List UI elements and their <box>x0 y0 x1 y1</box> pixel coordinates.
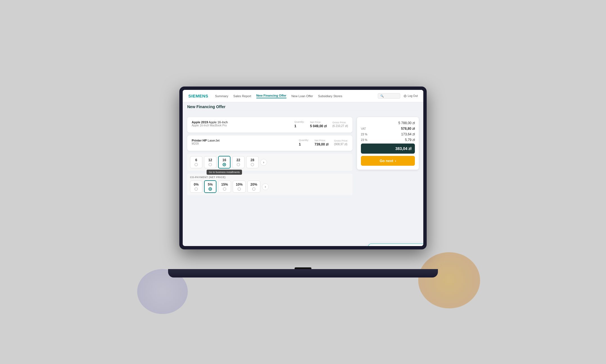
period-22[interactable]: 22 <box>232 156 245 168</box>
nav-item-subsidiary[interactable]: Subsidiary Stores <box>318 94 342 98</box>
radio-12 <box>209 163 212 166</box>
left-panel: Apple 2019 Apple 16-Inch Apple 16-Inch M… <box>187 117 352 246</box>
radio-copay-5 <box>209 187 212 191</box>
product-desc-2: LaserJet <box>208 139 220 142</box>
radio-16 <box>223 163 226 166</box>
summary-card: 5 788,00 zł VAT 578,80 zł 23 % 173,64 zł <box>357 117 419 170</box>
installment-next-arrow[interactable]: › <box>260 159 267 166</box>
go-next-icon: › <box>395 159 396 163</box>
copay-next-arrow[interactable]: › <box>262 183 269 190</box>
product-details-1: Quantity: 1 Net Price: 5 049,00 zł Gross… <box>294 120 348 128</box>
main-content: Apple 2019 Apple 16-Inch Apple 16-Inch M… <box>183 113 423 246</box>
radio-6 <box>195 163 198 166</box>
product-subtitle-1: Apple 16-Inch MacBook Pro <box>192 124 228 127</box>
qty-value-1: 1 <box>294 124 304 128</box>
product-gross-1: Gross Price: (6 210,27 zł) <box>332 121 348 128</box>
product-info-1: Apple 2019 Apple 16-Inch Apple 16-Inch M… <box>192 120 228 127</box>
radio-copay-0 <box>195 187 198 191</box>
logout-label: Log Out <box>408 94 418 97</box>
period-12-wrapper: 12 <box>204 156 216 168</box>
net-label-1: Net Price: <box>310 121 327 124</box>
product-desc-1: Apple 16-Inch <box>209 120 228 124</box>
period-16[interactable]: 16 <box>218 156 230 169</box>
net-label-2: Net Price: <box>315 139 328 142</box>
radio-22 <box>237 163 240 166</box>
nav-item-new-financing[interactable]: New Financing Offer <box>256 94 286 98</box>
installment-section: 6 12 <box>187 154 352 171</box>
product-header-1: Apple 2019 Apple 16-Inch Apple 16-Inch M… <box>192 120 348 128</box>
nav-item-sales-report[interactable]: Sales Report <box>233 94 251 98</box>
product-details-2: Quantity: 1 Net Price: 739,00 zł Gross P… <box>299 139 348 146</box>
gross-value-2: (908,97 zł) <box>334 143 348 146</box>
period-28[interactable]: 28 <box>246 156 259 168</box>
radio-copay-10 <box>238 187 241 191</box>
product-gross-2: Gross Price: (908,97 zł) <box>334 139 348 146</box>
page-title: New Financing Offer <box>183 102 423 110</box>
logout-button[interactable]: ⏻ Log Out <box>404 94 418 97</box>
period-tooltip: Go to business installments <box>207 170 242 175</box>
radio-copay-15 <box>223 187 226 191</box>
installment-row: 6 12 <box>190 156 350 169</box>
logout-icon: ⏻ <box>404 94 406 97</box>
summary-amount-2: 578,80 zł <box>401 127 415 131</box>
loan-card: 📄 Loan agreement.pdf ⬇ <box>368 244 423 246</box>
summary-vat-row-3: 23 % 5,79 zł <box>361 138 415 142</box>
radio-copay-20 <box>252 187 255 191</box>
nav-right: 🔍 ⏻ Log Out <box>378 93 418 99</box>
total-amount: 383,04 zł <box>395 146 411 151</box>
search-icon: 🔍 <box>380 94 384 97</box>
product-brand-2: Printer HP <box>192 139 207 142</box>
copay-0[interactable]: 0% <box>190 181 202 193</box>
product-brand-1: Apple 2019 <box>192 120 208 124</box>
summary-vat-row-1: VAT 578,80 zł <box>361 127 415 131</box>
copay-row: 0% 5% <box>190 180 350 193</box>
go-next-button[interactable]: Go next › <box>361 156 415 166</box>
period-12[interactable]: 12 <box>204 156 216 168</box>
product-info-2: Printer HP LaserJet M209 <box>192 139 220 145</box>
copay-15[interactable]: 15% <box>218 181 231 193</box>
nav-items: Summary Sales Report New Financing Offer… <box>215 94 371 98</box>
net-value-1: 5 049,00 zł <box>310 124 327 128</box>
product-net-2: Net Price: 739,00 zł <box>315 139 328 146</box>
vat-percent-1: 23 % <box>361 133 367 136</box>
gross-label-2: Gross Price: <box>334 139 348 142</box>
summary-amount-4: 5,79 zł <box>405 138 415 142</box>
qty-label-1: Quantity: <box>294 120 304 123</box>
copayment-label: CO-PAYMENT (NET PRICE) <box>190 176 350 179</box>
copayment-section: CO-PAYMENT (NET PRICE) 0% 5% <box>187 174 352 195</box>
laptop-base <box>168 269 438 277</box>
qty-label-2: Quantity: <box>299 139 309 142</box>
copay-5[interactable]: 5% <box>204 180 216 193</box>
period-6[interactable]: 6 <box>190 156 202 168</box>
radio-28 <box>251 163 254 166</box>
brand-logo: SIEMENS <box>188 94 208 98</box>
qty-value-2: 1 <box>299 142 309 146</box>
summary-amount-1: 5 788,00 zł <box>398 121 415 125</box>
period-16-wrapper: 16 Go to business installments <box>218 156 230 169</box>
product-net-1: Net Price: 5 049,00 zł <box>310 121 327 128</box>
summary-vat-row-2: 23 % 173,64 zł <box>361 132 415 136</box>
net-value-2: 739,00 zł <box>315 142 328 146</box>
copay-20[interactable]: 20% <box>247 181 260 193</box>
period-22-wrapper: 22 <box>232 156 245 168</box>
product-qty-2: Quantity: 1 <box>299 139 309 146</box>
product-card-1: Apple 2019 Apple 16-Inch Apple 16-Inch M… <box>187 117 352 133</box>
nav-item-new-loan[interactable]: New Loan Offer <box>291 94 313 98</box>
copay-10[interactable]: 10% <box>233 181 246 193</box>
period-28-wrapper: 28 <box>246 156 259 168</box>
product-name-1: Apple 2019 Apple 16-Inch <box>192 120 228 124</box>
divider <box>187 110 419 110</box>
product-card-2: Printer HP LaserJet M209 Quantity: 1 <box>187 135 352 151</box>
search-box[interactable]: 🔍 <box>378 93 400 99</box>
gross-value-1: (6 210,27 zł) <box>332 124 348 128</box>
product-header-2: Printer HP LaserJet M209 Quantity: 1 <box>192 139 348 146</box>
period-6-wrapper: 6 <box>190 156 202 168</box>
vat-percent-2: 23 % <box>361 138 367 142</box>
vat-label-1: VAT <box>361 127 366 130</box>
summary-row-1: 5 788,00 zł <box>361 121 415 125</box>
product-subtitle-2: M209 <box>192 142 220 145</box>
product-qty-1: Quantity: 1 <box>294 120 304 128</box>
nav-item-summary[interactable]: Summary <box>215 94 228 98</box>
summary-amount-3: 173,64 zł <box>401 132 415 136</box>
right-panel: 5 788,00 zł VAT 578,80 zł 23 % 173,64 zł <box>357 117 419 246</box>
